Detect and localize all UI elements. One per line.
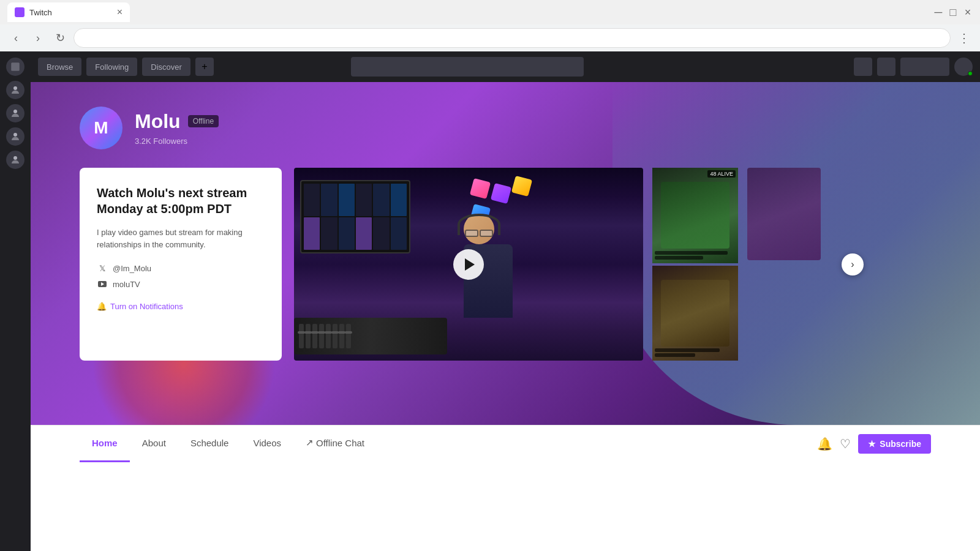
mixer-fader-1 [299, 324, 304, 348]
mixer-fader-6 [333, 324, 337, 348]
svg-point-1 [13, 86, 17, 90]
subscribe-button[interactable]: Subscribe [858, 434, 931, 454]
twitch-favicon [15, 7, 24, 17]
video-monitors [300, 180, 423, 278]
nav-browse[interactable]: Browse [38, 58, 81, 76]
monitor-screen [300, 180, 410, 253]
sidebar [0, 51, 31, 551]
notify-label: Turn on Notifications [110, 302, 183, 311]
color-block-yellow [511, 176, 532, 197]
browser-toolbar: ‹ › ↻ ⋮ [0, 24, 980, 51]
mixer-fader-4 [319, 324, 324, 348]
nav-tab-schedule[interactable]: Schedule [178, 425, 241, 462]
bottom-nav: Home About Schedule Videos ↗ Offline Cha… [31, 425, 980, 462]
nav-tab-videos[interactable]: Videos [241, 425, 293, 462]
twitch-app: Browse Following Discover + [0, 51, 980, 551]
nav-discover[interactable]: Discover [142, 58, 190, 76]
bottom-nav-right: 🔔 ♡ Subscribe [817, 434, 931, 454]
twitter-handle: @Im_Molu [113, 264, 151, 273]
offline-badge: Offline [188, 115, 219, 127]
youtube-icon [97, 279, 108, 290]
hero-banner: M Molu Offline 3.2K Followers [31, 82, 980, 425]
game-cards-panel: 48 ALIVE [652, 168, 738, 361]
channel-name: Molu [135, 110, 181, 133]
youtube-link[interactable]: moluTV [97, 279, 265, 290]
carousel-next-button[interactable]: › [842, 253, 864, 276]
game-card-2-info [655, 348, 736, 358]
window-controls: ─ □ × [933, 7, 973, 17]
svg-point-3 [13, 133, 17, 137]
sidebar-item-user-1[interactable] [6, 81, 24, 99]
nav-right [854, 58, 973, 76]
youtube-handle: moluTV [113, 280, 140, 289]
mixer-fader-3 [312, 324, 317, 348]
channel-header: M Molu Offline 3.2K Followers [80, 107, 931, 149]
svg-point-2 [13, 110, 17, 113]
channel-name-block: Molu Offline 3.2K Followers [135, 110, 219, 146]
play-button[interactable] [453, 249, 484, 280]
nav-avatar[interactable] [954, 58, 973, 76]
content-row: Watch Molu's next stream Monday at 5:00p… [80, 168, 931, 361]
twitter-link[interactable]: 𝕏 @Im_Molu [97, 263, 265, 274]
mixer-fader-5 [326, 324, 331, 348]
channel-avatar: M [80, 107, 123, 149]
sidebar-item-user-4[interactable] [6, 151, 24, 169]
main-content: Browse Following Discover + [31, 51, 980, 551]
game-card-2[interactable] [652, 266, 738, 361]
browser-chrome: Twitch × ─ □ × ‹ › ↻ ⋮ [0, 0, 980, 51]
mixer-fader-2 [306, 324, 311, 348]
mixer-fader-7 [339, 324, 344, 348]
video-player[interactable]: 48 ALIVE [294, 168, 643, 361]
nav-tab-about[interactable]: About [130, 425, 178, 462]
channel-page: M Molu Offline 3.2K Followers [31, 82, 980, 551]
subscribe-label: Subscribe [880, 439, 921, 449]
game-card-1[interactable]: 48 ALIVE [652, 168, 738, 263]
sidebar-item-home[interactable] [6, 58, 24, 76]
color-block-purple [491, 183, 511, 204]
bell-icon-nav[interactable]: 🔔 [817, 437, 832, 451]
nav-subscribe-btn[interactable] [900, 58, 949, 76]
nav-tab-home[interactable]: Home [80, 425, 130, 462]
maximize-button[interactable]: □ [948, 7, 958, 17]
tab-close-button[interactable]: × [117, 7, 123, 17]
reload-button[interactable]: ↻ [51, 29, 69, 47]
tab-title: Twitch [29, 8, 52, 17]
avatar-online-dot [968, 71, 973, 76]
mixer-board [294, 318, 447, 354]
notify-button[interactable]: 🔔 Turn on Notifications [97, 302, 183, 311]
info-card: Watch Molu's next stream Monday at 5:00p… [80, 168, 282, 361]
external-link-icon: ↗ [306, 437, 314, 448]
person-silhouette [439, 214, 537, 348]
browser-tab[interactable]: Twitch × [7, 2, 130, 22]
game-card-1-badge: 48 ALIVE [707, 170, 736, 178]
address-bar[interactable] [74, 28, 951, 48]
sidebar-item-user-2[interactable] [6, 104, 24, 122]
game-card-1-info [655, 251, 736, 261]
mixer-fader-8 [346, 324, 351, 348]
top-nav: Browse Following Discover + [31, 51, 980, 82]
follower-count: 3.2K Followers [135, 137, 187, 146]
nav-more[interactable]: + [195, 58, 214, 76]
minimize-button[interactable]: ─ [933, 7, 943, 17]
browser-titlebar: Twitch × ─ □ × [0, 0, 980, 24]
channel-description: I play video games but stream for making… [97, 227, 265, 250]
svg-rect-0 [11, 62, 20, 71]
nav-following[interactable]: Following [86, 58, 137, 76]
back-button[interactable]: ‹ [7, 29, 24, 47]
search-bar[interactable] [351, 57, 584, 77]
forward-button[interactable]: › [29, 29, 47, 47]
game-card-3[interactable] [747, 168, 821, 260]
sidebar-item-user-3[interactable] [6, 127, 24, 146]
nav-tab-offline-chat[interactable]: ↗ Offline Chat [293, 425, 377, 462]
color-block-pink [470, 178, 491, 199]
close-button[interactable]: × [963, 7, 973, 17]
twitter-icon: 𝕏 [97, 263, 108, 274]
schedule-title: Watch Molu's next stream Monday at 5:00p… [97, 185, 265, 217]
nav-icon-1[interactable] [854, 58, 872, 76]
svg-point-4 [13, 156, 17, 160]
nav-icon-2[interactable] [877, 58, 895, 76]
bell-icon: 🔔 [97, 302, 107, 311]
browser-menu-button[interactable]: ⋮ [956, 29, 973, 47]
heart-icon-nav[interactable]: ♡ [840, 437, 851, 451]
